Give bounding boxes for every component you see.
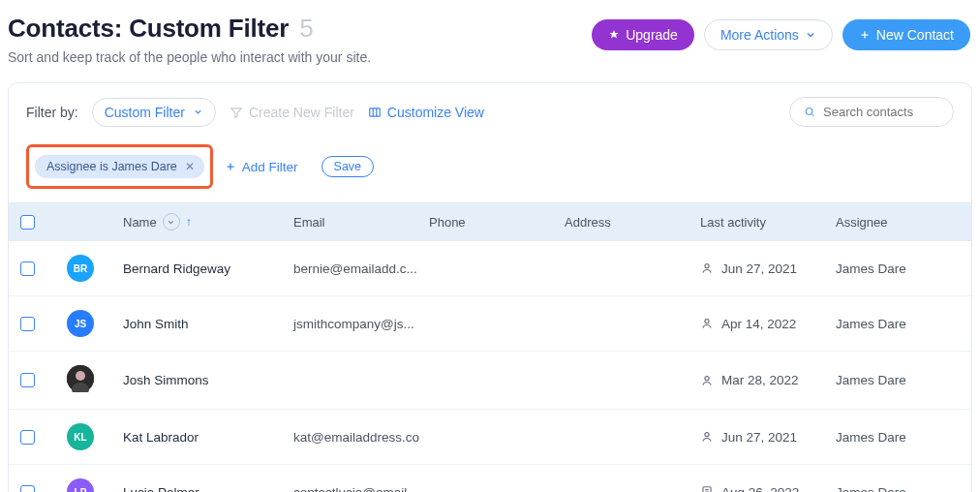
row-checkbox[interactable] <box>20 261 35 276</box>
cell-name: Lucia Palmer <box>123 485 293 493</box>
col-phone[interactable]: Phone <box>429 215 565 230</box>
svg-point-2 <box>705 264 709 268</box>
table-row[interactable]: BRBernard Ridgewaybernie@emailadd.c...Ju… <box>9 241 971 296</box>
chevron-down-icon <box>805 29 816 41</box>
create-new-filter-button: Create New Filter <box>230 105 354 120</box>
col-activity-label: Last activity <box>700 215 766 230</box>
svg-point-5 <box>76 371 85 381</box>
search-input[interactable] <box>823 105 939 119</box>
create-new-filter-label: Create New Filter <box>249 105 354 120</box>
cell-assignee: James Dare <box>836 317 960 331</box>
more-actions-button[interactable]: More Actions <box>704 19 833 50</box>
svg-point-1 <box>806 108 812 115</box>
plus-icon <box>859 29 871 41</box>
filter-chip-highlight: Assignee is James Dare ✕ <box>26 144 213 189</box>
col-address[interactable]: Address <box>565 215 700 230</box>
svg-point-7 <box>705 376 709 380</box>
avatar <box>67 365 94 392</box>
col-email-label: Email <box>293 215 325 230</box>
cell-assignee: James Dare <box>836 485 960 493</box>
table-row[interactable]: KLKat Labradorkat@emailaddress.coJun 27,… <box>9 410 971 465</box>
svg-point-8 <box>705 433 709 437</box>
cell-name: Bernard Ridgeway <box>123 261 293 276</box>
customize-view-button[interactable]: Customize View <box>368 105 484 120</box>
cell-email: jsmithcompany@js... <box>293 317 429 331</box>
col-phone-label: Phone <box>429 215 466 230</box>
cell-assignee: James Dare <box>836 430 960 445</box>
col-name[interactable]: Name ↑ <box>123 213 293 231</box>
row-checkbox[interactable] <box>20 430 35 445</box>
avatar: KL <box>67 423 94 450</box>
cell-name: John Smith <box>123 317 293 331</box>
svg-point-3 <box>705 320 709 323</box>
search-input-wrap[interactable] <box>789 97 954 127</box>
table-header: Name ↑ Email Phone Address Last activity… <box>9 202 971 241</box>
col-assignee[interactable]: Assignee <box>836 215 960 230</box>
form-icon <box>700 485 714 492</box>
cell-activity: Jun 27, 2021 <box>700 430 836 445</box>
title-count: 5 <box>299 14 313 43</box>
col-activity[interactable]: Last activity <box>700 215 836 230</box>
avatar: LP <box>67 478 94 492</box>
row-checkbox[interactable] <box>20 317 35 331</box>
svg-rect-0 <box>370 108 381 115</box>
title-prefix: Contacts: <box>8 14 129 43</box>
cell-name: Kat Labrador <box>123 430 293 445</box>
filter-dropdown[interactable]: Custom Filter <box>92 98 216 127</box>
save-filter-label: Save <box>334 160 362 173</box>
sort-indicator[interactable] <box>163 213 180 231</box>
cell-email: contactlucia@email... <box>293 485 429 493</box>
upgrade-icon <box>608 29 620 41</box>
cell-assignee: James Dare <box>836 373 960 387</box>
filter-chip-label: Assignee is James Dare <box>46 160 177 173</box>
sort-asc-icon: ↑ <box>186 215 192 229</box>
select-all-checkbox[interactable] <box>20 215 35 230</box>
cell-activity: Jun 27, 2021 <box>700 261 836 276</box>
new-contact-button[interactable]: New Contact <box>842 19 970 50</box>
plus-icon <box>225 161 236 172</box>
more-actions-label: More Actions <box>720 27 799 43</box>
avatar: BR <box>67 255 94 282</box>
columns-icon <box>368 106 382 119</box>
cell-activity: Apr 14, 2022 <box>700 317 836 331</box>
chevron-down-icon <box>167 218 175 227</box>
filter-by-label: Filter by: <box>26 105 78 120</box>
col-address-label: Address <box>565 215 611 230</box>
page-title: Contacts: Custom Filter 5 <box>8 14 371 44</box>
table-row[interactable]: Josh SimmonsMar 28, 2022James Dare <box>9 352 971 410</box>
cell-name: Josh Simmons <box>123 373 293 387</box>
person-icon <box>700 430 714 444</box>
funnel-icon <box>230 106 243 119</box>
avatar: JS <box>67 310 94 337</box>
page-subtitle: Sort and keep track of the people who in… <box>8 49 371 65</box>
filter-dropdown-value: Custom Filter <box>105 105 185 120</box>
person-icon <box>700 261 714 275</box>
title-filter-name: Custom Filter <box>129 14 289 43</box>
person-icon <box>700 317 714 330</box>
cell-email: bernie@emailadd.c... <box>293 261 429 276</box>
table-row[interactable]: JSJohn Smithjsmithcompany@js...Apr 14, 2… <box>9 296 971 352</box>
row-checkbox[interactable] <box>20 373 35 387</box>
customize-view-label: Customize View <box>387 105 484 120</box>
cell-assignee: James Dare <box>836 261 960 276</box>
upgrade-button[interactable]: Upgrade <box>592 19 694 50</box>
contacts-table: Name ↑ Email Phone Address Last activity… <box>9 202 971 492</box>
save-filter-button[interactable]: Save <box>322 156 375 177</box>
upgrade-label: Upgrade <box>626 27 678 43</box>
cell-email: kat@emailaddress.co <box>293 430 429 445</box>
cell-activity: Aug 26, 2022 <box>700 485 836 493</box>
add-filter-button[interactable]: Add Filter <box>225 160 298 174</box>
person-icon <box>700 374 714 387</box>
chevron-down-icon <box>193 107 203 117</box>
add-filter-label: Add Filter <box>242 160 298 174</box>
new-contact-label: New Contact <box>876 27 954 43</box>
col-email[interactable]: Email <box>293 215 429 230</box>
cell-activity: Mar 28, 2022 <box>700 373 836 387</box>
close-icon[interactable]: ✕ <box>185 160 195 173</box>
col-assignee-label: Assignee <box>836 215 887 230</box>
col-name-label: Name <box>123 215 157 230</box>
table-row[interactable]: LPLucia Palmercontactlucia@email...Aug 2… <box>9 465 971 492</box>
search-icon <box>804 105 815 119</box>
filter-chip-assignee[interactable]: Assignee is James Dare ✕ <box>35 155 204 178</box>
row-checkbox[interactable] <box>20 485 35 493</box>
